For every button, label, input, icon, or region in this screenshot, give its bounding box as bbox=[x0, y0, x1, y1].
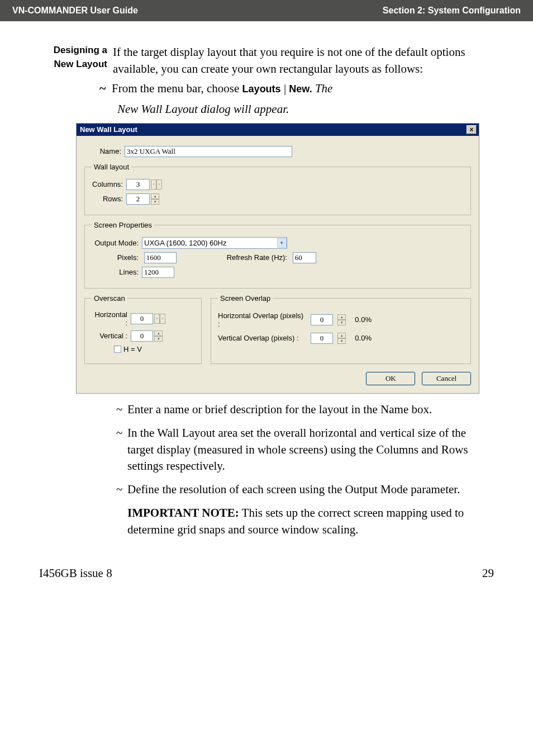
dialog-title: New Wall Layout bbox=[80, 125, 137, 134]
bullet-3-text: Define the resolution of each screen usi… bbox=[127, 481, 460, 498]
columns-input[interactable] bbox=[126, 179, 150, 190]
header-left: VN-COMMANDER User Guide bbox=[12, 6, 138, 16]
bullet-1-text: Enter a name or brief description for th… bbox=[127, 401, 432, 418]
chevron-right-icon: › bbox=[160, 314, 165, 324]
rows-label: Rows: bbox=[92, 195, 126, 203]
chevron-down-icon: ▾ bbox=[280, 240, 283, 245]
name-input[interactable] bbox=[125, 146, 292, 157]
lines-input[interactable] bbox=[142, 267, 174, 278]
overlap-v-label: Vertical Overlap (pixels) : bbox=[218, 334, 307, 342]
chevron-down-icon: ▾ bbox=[154, 336, 163, 342]
lines-label: Lines: bbox=[92, 268, 142, 276]
screen-properties-legend: Screen Properties bbox=[92, 221, 154, 229]
chevron-up-icon: ▴ bbox=[337, 314, 346, 320]
columns-label: Columns: bbox=[92, 180, 126, 188]
overlap-v-spinner[interactable]: ▴▾ bbox=[337, 333, 346, 344]
overscan-h-label: Horizontal : bbox=[92, 310, 131, 327]
intro-text: If the target display layout that you re… bbox=[113, 44, 494, 78]
chevron-up-icon: ▴ bbox=[154, 330, 163, 336]
overlap-v-pct: 0.0% bbox=[349, 334, 372, 342]
name-label: Name: bbox=[84, 147, 125, 155]
step-1: ~ From the menu bar, choose Layouts | Ne… bbox=[99, 81, 494, 96]
designing-paragraph: Designing a New Layout If the target dis… bbox=[39, 44, 494, 78]
step1-suffix: The bbox=[312, 82, 333, 95]
dropdown-button[interactable]: ▾ bbox=[277, 238, 287, 248]
new-wall-layout-dialog: New Wall Layout × Name: Wall layout Colu… bbox=[76, 123, 479, 394]
overlap-h-pct: 0.0% bbox=[349, 315, 372, 324]
screen-overlap-legend: Screen Overlap bbox=[218, 294, 273, 303]
pixels-label: Pixels: bbox=[92, 253, 142, 262]
bullet-3: ~ Define the resolution of each screen u… bbox=[116, 481, 494, 498]
close-button[interactable]: × bbox=[467, 125, 477, 134]
refresh-input[interactable] bbox=[293, 252, 316, 263]
screen-properties-group: Screen Properties Output Mode: UXGA (160… bbox=[84, 221, 471, 289]
bullet-1: ~ Enter a name or brief description for … bbox=[116, 401, 494, 418]
footer-page-number: 29 bbox=[482, 566, 494, 580]
side-label: Designing a New Layout bbox=[39, 44, 107, 78]
overscan-h-spinner[interactable]: ‹› bbox=[154, 314, 165, 324]
hv-label: H = V bbox=[123, 345, 142, 353]
dialog-titlebar: New Wall Layout × bbox=[77, 124, 479, 136]
menu-new: New. bbox=[289, 83, 312, 94]
chevron-left-icon: ‹ bbox=[151, 179, 156, 190]
overscan-v-input[interactable] bbox=[131, 330, 153, 342]
header-right: Section 2: System Configuration bbox=[383, 6, 521, 16]
menu-layouts: Layouts bbox=[242, 83, 281, 94]
hv-checkbox[interactable] bbox=[114, 346, 121, 353]
wall-layout-legend: Wall layout bbox=[92, 163, 131, 171]
chevron-down-icon: ▾ bbox=[337, 338, 346, 344]
tilde-icon: ~ bbox=[116, 481, 127, 498]
overscan-legend: Overscan bbox=[92, 294, 127, 303]
overlap-h-spinner[interactable]: ▴▾ bbox=[337, 314, 346, 325]
rows-spinner[interactable]: ▴▾ bbox=[151, 193, 159, 205]
overlap-h-label: Horizontal Overlap (pixels) : bbox=[218, 311, 307, 328]
overlap-h-input[interactable] bbox=[311, 314, 333, 325]
dialog-caption: New Wall Layout dialog will appear. bbox=[117, 102, 494, 116]
overscan-group: Overscan Horizontal : ‹› Vertical : ▴▾ H… bbox=[84, 294, 202, 364]
pixels-input[interactable] bbox=[144, 252, 177, 263]
chevron-up-icon: ▴ bbox=[151, 193, 159, 199]
columns-spinner[interactable]: ‹› bbox=[151, 179, 162, 190]
chevron-left-icon: ‹ bbox=[154, 314, 160, 324]
footer-left: I456GB issue 8 bbox=[39, 566, 112, 580]
overscan-v-label: Vertical : bbox=[92, 332, 131, 340]
tilde-icon: ~ bbox=[116, 401, 127, 418]
wall-layout-group: Wall layout Columns: ‹› Rows: ▴▾ bbox=[84, 163, 471, 215]
overlap-v-input[interactable] bbox=[311, 333, 333, 344]
step1-prefix: From the menu bar, choose bbox=[112, 82, 242, 95]
screen-overlap-group: Screen Overlap Horizontal Overlap (pixel… bbox=[211, 294, 471, 364]
menu-sep: | bbox=[281, 82, 289, 95]
output-mode-value: UXGA (1600, 1200) 60Hz bbox=[144, 239, 226, 247]
cancel-button[interactable]: Cancel bbox=[422, 372, 471, 385]
chevron-down-icon: ▾ bbox=[151, 199, 159, 205]
important-note: IMPORTANT NOTE: This sets up the correct… bbox=[127, 505, 494, 538]
page-header: VN-COMMANDER User Guide Section 2: Syste… bbox=[0, 0, 533, 21]
chevron-right-icon: › bbox=[156, 179, 162, 190]
close-icon: × bbox=[469, 126, 473, 134]
page-footer: I456GB issue 8 29 bbox=[0, 538, 533, 596]
refresh-label: Refresh Rate (Hz): bbox=[227, 253, 291, 262]
tilde-icon: ~ bbox=[99, 81, 112, 96]
ok-button[interactable]: OK bbox=[366, 372, 415, 385]
tilde-icon: ~ bbox=[116, 425, 127, 475]
bullet-2: ~ In the Wall Layout area set the overal… bbox=[116, 425, 494, 475]
note-lead: IMPORTANT NOTE: bbox=[127, 506, 239, 519]
bullet-2-text: In the Wall Layout area set the overall … bbox=[127, 425, 494, 475]
overscan-h-input[interactable] bbox=[131, 313, 153, 324]
overscan-v-spinner[interactable]: ▴▾ bbox=[154, 330, 163, 342]
chevron-up-icon: ▴ bbox=[337, 333, 346, 338]
rows-input[interactable] bbox=[126, 193, 150, 205]
chevron-down-icon: ▾ bbox=[337, 320, 346, 325]
output-mode-label: Output Mode: bbox=[92, 239, 142, 247]
output-mode-select[interactable]: UXGA (1600, 1200) 60Hz ▾ bbox=[142, 237, 287, 249]
